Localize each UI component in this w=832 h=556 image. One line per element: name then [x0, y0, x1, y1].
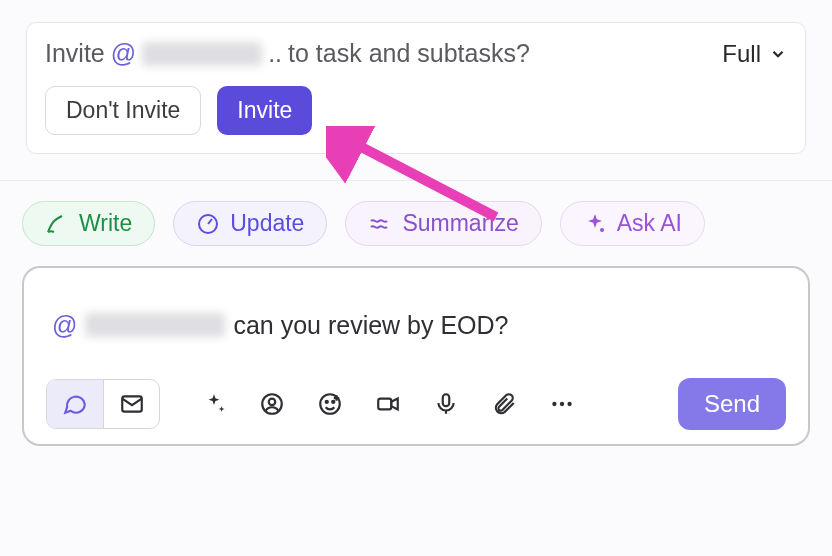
emoji-button[interactable] [316, 390, 344, 418]
invite-suffix: to task and subtasks? [288, 39, 530, 68]
mention-button[interactable] [258, 390, 286, 418]
svg-point-7 [326, 401, 328, 403]
send-button[interactable]: Send [678, 378, 786, 430]
gauge-icon [196, 212, 220, 236]
write-chip[interactable]: Write [22, 201, 155, 246]
invite-prefix: Invite [45, 39, 105, 68]
invite-button[interactable]: Invite [217, 86, 312, 135]
summarize-chip-label: Summarize [402, 210, 518, 237]
update-chip[interactable]: Update [173, 201, 327, 246]
summarize-chip[interactable]: Summarize [345, 201, 541, 246]
svg-rect-9 [378, 399, 391, 410]
svg-point-11 [552, 402, 556, 406]
comment-composer: @ can you review by EOD? [22, 266, 810, 446]
mention-redacted-name [85, 313, 225, 337]
chat-mode-button[interactable] [47, 380, 103, 428]
chat-bubble-icon [62, 391, 88, 417]
microphone-icon [433, 391, 459, 417]
ask-ai-chip[interactable]: Ask AI [560, 201, 705, 246]
video-button[interactable] [374, 390, 402, 418]
dots-horizontal-icon [549, 391, 575, 417]
sparkles-icon [201, 391, 227, 417]
paperclip-icon [491, 391, 517, 417]
ask-ai-chip-label: Ask AI [617, 210, 682, 237]
svg-point-12 [560, 402, 564, 406]
dont-invite-button[interactable]: Don't Invite [45, 86, 201, 135]
svg-point-2 [600, 228, 604, 232]
mention-icon [259, 391, 285, 417]
email-mode-button[interactable] [103, 380, 159, 428]
svg-rect-10 [443, 394, 450, 406]
video-icon [375, 391, 401, 417]
attach-button[interactable] [490, 390, 518, 418]
mode-toggle [46, 379, 160, 429]
write-chip-label: Write [79, 210, 132, 237]
invite-banner: Invite @ .. to task and subtasks? Full D… [26, 22, 806, 154]
comment-input[interactable]: @ can you review by EOD? [46, 290, 786, 360]
invite-scope-dropdown[interactable]: Full [722, 40, 787, 68]
more-options-button[interactable] [548, 390, 576, 418]
redacted-name [142, 42, 262, 66]
ai-sparkle-button[interactable] [200, 390, 228, 418]
invite-ellipsis: .. [268, 39, 282, 68]
invite-scope-label: Full [722, 40, 761, 68]
write-icon [45, 212, 69, 236]
sparkle-icon [583, 212, 607, 236]
svg-point-8 [332, 401, 334, 403]
invite-prompt-text: Invite @ .. to task and subtasks? [45, 39, 530, 68]
svg-point-5 [269, 399, 276, 406]
emoji-plus-icon [317, 391, 343, 417]
envelope-icon [119, 391, 145, 417]
comment-text: can you review by EOD? [233, 311, 508, 340]
ai-suggestion-chips: Write Update Summarize Ask AI [0, 181, 832, 266]
chevron-down-icon [769, 45, 787, 63]
mention-at-sign: @ [52, 311, 77, 340]
update-chip-label: Update [230, 210, 304, 237]
waves-icon [368, 212, 392, 236]
svg-point-13 [567, 402, 571, 406]
at-sign: @ [111, 39, 136, 68]
record-audio-button[interactable] [432, 390, 460, 418]
